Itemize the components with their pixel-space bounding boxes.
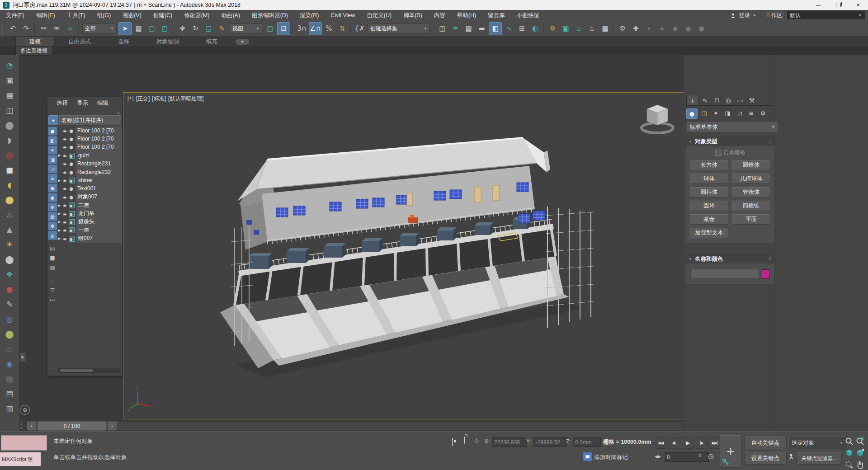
cat-helpers[interactable]: ◿ (734, 108, 745, 118)
bind-spacewarp-icon[interactable]: ≈ (64, 23, 76, 35)
selection-filter-dropdown[interactable]: 全部▼ (82, 24, 117, 34)
filter-cameras-icon[interactable]: ◨ (48, 155, 57, 164)
half-dome-icon[interactable]: ◗ (3, 133, 16, 147)
menu-item-11[interactable]: 自定义(U) (361, 10, 397, 21)
list-item[interactable]: ▶◉guizi (57, 151, 122, 160)
object-name-label[interactable]: 龙门吊 (76, 209, 122, 218)
angle-snap-icon[interactable]: ∠∩ (309, 22, 322, 35)
visibility-eye-icon[interactable]: ◉ (61, 204, 68, 207)
viewport[interactable]: [+][正交][标准][默认明暗处理] (123, 92, 684, 419)
filter-funnel-icon[interactable]: ▽ (48, 286, 57, 295)
primitive-category-dropdown[interactable]: 标准基本体▼ (686, 122, 778, 132)
app-icon[interactable]: 3 (3, 2, 9, 9)
filter-shapes-icon[interactable]: ▤ (48, 212, 57, 221)
primitive-button-2[interactable]: 球体 (690, 174, 728, 184)
time-slider-handle[interactable]: 0 / 100 (38, 421, 106, 431)
visibility-eye-icon[interactable]: ◉ (61, 129, 68, 132)
list-item[interactable]: ◉●Floor 100 2 [70 (57, 143, 122, 151)
maxscript-mini-listener[interactable] (1, 435, 47, 451)
cat-shapes[interactable]: ◫ (699, 108, 709, 118)
view-cube[interactable] (637, 100, 678, 138)
visibility-eye-icon[interactable]: ◉ (61, 162, 68, 166)
ribbon-overflow-button[interactable]: ▼ (236, 39, 249, 45)
object-name-label[interactable]: Floor 100 2 [70 (75, 135, 122, 143)
grid-window-icon[interactable]: ▦ (3, 89, 16, 102)
explorer-menu-2[interactable]: 编辑 (94, 99, 112, 107)
menu-item-12[interactable]: 脚本(S) (397, 10, 428, 21)
tab-hierarchy[interactable]: ⊓ (711, 95, 722, 105)
menu-item-6[interactable]: 修改器(M) (178, 10, 215, 21)
select-all-toggle[interactable]: ● (48, 115, 58, 125)
unlink-icon[interactable]: ⚮ (51, 23, 63, 35)
object-name-label[interactable]: Rectangle231 (75, 160, 122, 168)
go-end-button[interactable]: ▶▶| (709, 437, 721, 449)
object-name-label[interactable]: shinei (76, 176, 122, 185)
expand-arrow-icon[interactable]: ▶ (57, 220, 61, 224)
open-abc-icon[interactable]: ▦ (599, 23, 611, 35)
rollout-header[interactable]: ▼ 名称和颜色 ⠿ (686, 254, 774, 263)
object-name-label[interactable]: 对象007 (75, 193, 122, 202)
list-item[interactable]: ▶◉摄像头 (57, 218, 122, 226)
blank-swatch-icon[interactable]: ■ (48, 254, 57, 263)
list-view-icon[interactable]: ▤ (48, 244, 57, 253)
view-image-icon[interactable]: ▣ (3, 74, 16, 87)
render-iterative-icon[interactable]: ♨ (586, 23, 598, 35)
mirror-icon[interactable]: ◫ (436, 23, 448, 35)
explorer-menu-0[interactable]: 选择 (53, 99, 71, 107)
gray-sphere-icon[interactable]: ⬤ (3, 253, 16, 266)
toolbar-grip[interactable] (2, 23, 5, 34)
maxscript-label[interactable]: MAXScript 迷 (0, 452, 41, 466)
workspace-dropdown[interactable]: 默认▼ (787, 11, 865, 20)
circle-plus-button[interactable]: ⊕ (20, 405, 30, 415)
filter-spacewarps-icon[interactable]: ≋ (48, 174, 57, 183)
percent-snap-icon[interactable]: % (323, 23, 335, 35)
clip-icon[interactable]: ◫ (3, 103, 16, 117)
select-by-name-icon[interactable]: ▤ (132, 23, 145, 35)
explorer-menu-1[interactable]: 显示 (73, 99, 92, 107)
render-setup-icon[interactable]: ⚙ (547, 23, 559, 35)
layer-list-icon[interactable]: ▤ (3, 387, 16, 400)
key-filters-button[interactable]: 关键点过滤器... (797, 452, 842, 465)
visibility-eye-icon[interactable]: ◉ (61, 195, 68, 199)
named-sets-icon[interactable]: {✗ (354, 23, 366, 35)
undo-icon[interactable]: ↶ (7, 23, 19, 35)
list-item[interactable]: ▶◉组007 (57, 235, 122, 243)
menu-item-15[interactable]: 留云库 (482, 10, 511, 21)
list-item[interactable]: ◉●Rectangle231 (57, 160, 122, 168)
menu-item-5[interactable]: 创建(C) (147, 10, 178, 21)
primitive-button-4[interactable]: 圆柱体 (690, 187, 728, 197)
list-item[interactable]: ▶◉二层 (57, 202, 122, 210)
object-name-label[interactable]: 组007 (76, 235, 122, 243)
select-link-icon[interactable]: ⚯ (38, 23, 50, 35)
drag-handle[interactable] (20, 422, 23, 431)
primitive-button-6[interactable]: 圆环 (690, 201, 728, 211)
list-item[interactable]: ◉●Floor 100 2 [70 (57, 127, 122, 135)
primitive-button-9[interactable]: 平面 (732, 214, 770, 225)
list-item[interactable]: ◉●Rectangle232 (57, 168, 122, 176)
primitive-button-7[interactable]: 四棱锥 (732, 201, 770, 211)
filter-groups-icon[interactable]: ▣ (48, 183, 57, 193)
scatter-tool-icon[interactable]: ❖ (3, 268, 16, 281)
tab-poly-modeling[interactable]: 多边形建模 (15, 46, 52, 56)
select-place-icon[interactable]: ✎ (216, 23, 228, 35)
isolate-selection-toggle[interactable] (452, 439, 453, 445)
close-button[interactable]: ✕ (848, 0, 868, 10)
filter-helpers-icon[interactable]: ◿ (48, 164, 57, 174)
next-frame-button[interactable]: |▶ (696, 437, 708, 449)
render-production-icon[interactable]: ♨ (573, 23, 585, 35)
login-button[interactable]: 登录 (739, 12, 750, 19)
filter-containers-icon[interactable]: ◉ (48, 193, 57, 202)
cat-spacewarps[interactable]: ≋ (746, 108, 756, 118)
cat-cameras[interactable]: ◨ (722, 108, 733, 118)
time-slider-track[interactable] (26, 422, 684, 430)
green-ball-icon[interactable]: ⬤ (3, 327, 16, 341)
dark-sphere-icon[interactable]: ⬤ (3, 148, 16, 162)
primitive-button-8[interactable]: 茶壶 (690, 214, 728, 225)
flyout-arrow-button[interactable]: ▶ (20, 352, 26, 362)
brush-preset-icon[interactable]: ● (656, 23, 668, 35)
ribbon-tab-1[interactable]: 自由形式 (55, 37, 104, 46)
ribbon-tab-4[interactable]: 填充 (193, 37, 231, 46)
list-item[interactable]: ▶◉shinei (57, 176, 122, 184)
filter-lights-icon[interactable]: ✦ (48, 146, 57, 155)
filter-config-icon[interactable]: ▽ (48, 276, 57, 285)
